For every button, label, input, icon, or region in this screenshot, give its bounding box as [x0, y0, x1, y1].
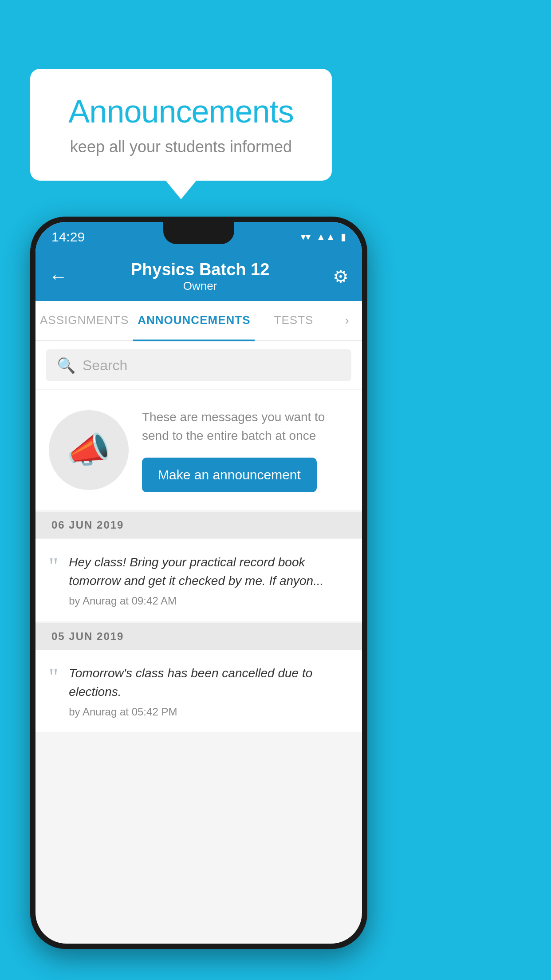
quote-icon-1: " — [49, 555, 58, 578]
batch-title: Physics Batch 12 — [131, 260, 270, 279]
search-bar[interactable]: 🔍 Search — [46, 349, 351, 381]
tab-tests[interactable]: TESTS — [255, 301, 332, 340]
announcement-content-1: Hey class! Bring your practical record b… — [69, 553, 349, 607]
app-header: ← Physics Batch 12 Owner ⚙ — [35, 252, 362, 301]
settings-icon[interactable]: ⚙ — [333, 266, 349, 287]
announcement-text-1: Hey class! Bring your practical record b… — [69, 553, 349, 590]
bubble-title: Announcements — [57, 93, 305, 130]
search-bar-container: 🔍 Search — [35, 341, 362, 389]
wifi-icon: ▾▾ — [301, 231, 311, 243]
announcement-meta-2: by Anurag at 05:42 PM — [69, 706, 349, 718]
content-area: 🔍 Search 📣 These are messages you want t… — [35, 341, 362, 732]
status-time: 14:29 — [51, 229, 85, 245]
phone-screen: 14:29 ▾▾ ▲▲ ▮ ← Physics Batch 12 Owner ⚙… — [35, 222, 362, 944]
tabs-bar: ASSIGNMENTS ANNOUNCEMENTS TESTS › — [35, 301, 362, 341]
announcement-meta-1: by Anurag at 09:42 AM — [69, 595, 349, 607]
phone-outer-frame: 14:29 ▾▾ ▲▲ ▮ ← Physics Batch 12 Owner ⚙… — [30, 217, 367, 949]
megaphone-icon: 📣 — [67, 429, 111, 471]
owner-label: Owner — [131, 279, 270, 293]
header-center: Physics Batch 12 Owner — [131, 260, 270, 293]
tab-more[interactable]: › — [333, 301, 362, 340]
tab-assignments[interactable]: ASSIGNMENTS — [35, 301, 133, 340]
speech-bubble-card: Announcements keep all your students inf… — [30, 69, 332, 181]
search-placeholder: Search — [83, 357, 127, 374]
battery-icon: ▮ — [341, 231, 346, 243]
date-separator-jun5: 05 JUN 2019 — [35, 623, 362, 650]
search-icon: 🔍 — [57, 356, 75, 374]
quote-icon-2: " — [49, 666, 58, 689]
date-separator-jun6: 06 JUN 2019 — [35, 512, 362, 538]
promo-icon-circle: 📣 — [49, 410, 129, 490]
promo-description: These are messages you want to send to t… — [142, 408, 349, 445]
status-bar: 14:29 ▾▾ ▲▲ ▮ — [35, 222, 362, 252]
announcement-item-1[interactable]: " Hey class! Bring your practical record… — [35, 538, 362, 621]
promo-right: These are messages you want to send to t… — [142, 408, 349, 492]
notch — [163, 222, 234, 244]
announcement-content-2: Tomorrow's class has been cancelled due … — [69, 664, 349, 718]
announcement-text-2: Tomorrow's class has been cancelled due … — [69, 664, 349, 701]
speech-bubble-section: Announcements keep all your students inf… — [30, 69, 332, 181]
make-announcement-button[interactable]: Make an announcement — [142, 458, 317, 492]
announcement-item-2[interactable]: " Tomorrow's class has been cancelled du… — [35, 650, 362, 732]
back-button[interactable]: ← — [49, 266, 67, 287]
status-icons: ▾▾ ▲▲ ▮ — [301, 231, 346, 243]
phone-mockup: 14:29 ▾▾ ▲▲ ▮ ← Physics Batch 12 Owner ⚙… — [30, 217, 367, 949]
announcement-promo: 📣 These are messages you want to send to… — [35, 390, 362, 510]
bubble-subtitle: keep all your students informed — [57, 138, 305, 156]
tab-announcements[interactable]: ANNOUNCEMENTS — [133, 301, 255, 341]
signal-icon: ▲▲ — [316, 231, 335, 243]
